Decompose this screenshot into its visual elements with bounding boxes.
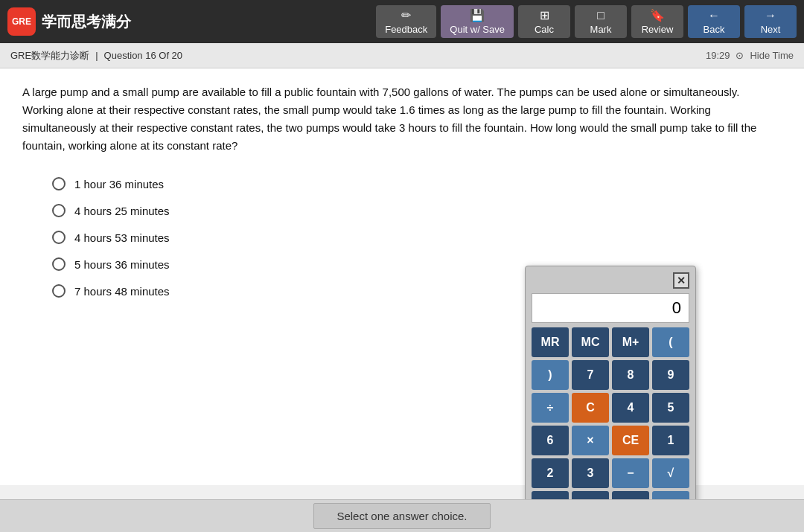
hide-time-button[interactable]: Hide Time: [750, 50, 794, 61]
mark-icon: □: [597, 9, 604, 22]
question-text: A large pump and a small pump are availa…: [22, 83, 767, 155]
timer-display: 19:29: [706, 50, 730, 61]
radio-c[interactable]: [52, 231, 66, 244]
feedback-button[interactable]: ✏ Feedback: [376, 5, 436, 38]
question-info: Question 16 Of 20: [104, 50, 183, 61]
quit-icon: 💾: [470, 8, 485, 22]
calc-1-button[interactable]: 1: [652, 426, 689, 455]
next-button[interactable]: → Next: [744, 5, 797, 38]
calc-7-button[interactable]: 7: [572, 360, 609, 390]
section-label: GRE数学能力诊断: [10, 49, 89, 63]
calc-header: ✕: [532, 272, 689, 289]
calc-8-button[interactable]: 8: [612, 360, 649, 390]
mark-button[interactable]: □ Mark: [575, 5, 627, 38]
close-icon: ✕: [677, 275, 686, 286]
calc-display: 0: [532, 293, 689, 323]
calc-open-paren-button[interactable]: (: [652, 327, 689, 357]
calc-3-button[interactable]: 3: [572, 458, 609, 488]
radio-a[interactable]: [52, 177, 66, 190]
radio-e[interactable]: [52, 284, 66, 298]
back-button[interactable]: ← Back: [688, 5, 740, 38]
calc-sqrt-button[interactable]: √: [652, 458, 689, 488]
calc-icon: ⊞: [540, 8, 549, 22]
quit-save-button[interactable]: 💾 Quit w/ Save: [441, 5, 514, 38]
calc-clear-button[interactable]: C: [572, 393, 609, 423]
calc-multiply-button[interactable]: ×: [572, 426, 609, 455]
calc-mr-button[interactable]: MR: [532, 327, 569, 357]
next-icon: →: [765, 9, 776, 22]
answer-label-e: 7 hours 48 minutes: [74, 285, 170, 298]
calc-mplus-button[interactable]: M+: [612, 327, 649, 357]
breadcrumb: GRE数学能力诊断 | Question 16 Of 20 19:29 ⊙ Hi…: [0, 43, 804, 68]
feedback-icon: ✏: [401, 8, 411, 22]
breadcrumb-left: GRE数学能力诊断 | Question 16 Of 20: [10, 49, 182, 63]
calc-subtract-button[interactable]: −: [612, 458, 649, 488]
review-button[interactable]: 🔖 Review: [631, 5, 683, 38]
calc-mc-button[interactable]: MC: [572, 327, 609, 357]
calc-9-button[interactable]: 9: [652, 360, 689, 390]
clock-icon: ⊙: [736, 50, 744, 61]
app-title: 学而思考满分: [42, 12, 131, 32]
calc-ce-button[interactable]: CE: [612, 426, 649, 455]
answer-label-d: 5 hours 36 minutes: [74, 258, 170, 271]
answer-label-c: 4 hours 53 minutes: [74, 231, 170, 244]
calc-5-button[interactable]: 5: [652, 393, 689, 423]
calc-2-button[interactable]: 2: [532, 458, 569, 488]
calculator-close-button[interactable]: ✕: [673, 272, 689, 289]
answer-option-c[interactable]: 4 hours 53 minutes: [52, 231, 782, 244]
calculator: ✕ 0 MR MC M+ ( ) 7 8 9 ÷ C 4 5 6 × CE 1: [525, 266, 696, 532]
select-answer-label: Select one answer choice.: [336, 510, 467, 522]
answer-option-a[interactable]: 1 hour 36 minutes: [52, 177, 782, 190]
answer-option-b[interactable]: 4 hours 25 minutes: [52, 204, 782, 217]
back-icon: ←: [708, 9, 720, 22]
answer-label-b: 4 hours 25 minutes: [74, 205, 170, 217]
radio-d[interactable]: [52, 257, 66, 271]
calc-divide-button[interactable]: ÷: [532, 393, 569, 423]
calc-6-button[interactable]: 6: [532, 426, 569, 455]
select-answer-button[interactable]: Select one answer choice.: [313, 503, 490, 529]
logo-area: GRE 学而思考满分: [7, 7, 131, 36]
breadcrumb-right: 19:29 ⊙ Hide Time: [706, 50, 794, 61]
bottom-bar: Select one answer choice.: [0, 499, 804, 532]
review-icon: 🔖: [650, 8, 665, 22]
app-logo: GRE: [7, 7, 36, 36]
main-content: A large pump and a small pump are availa…: [0, 68, 804, 485]
top-navigation: GRE 学而思考满分 ✏ Feedback 💾 Quit w/ Save ⊞ C…: [0, 0, 804, 43]
calc-display-value: 0: [672, 298, 681, 317]
calc-4-button[interactable]: 4: [612, 393, 649, 423]
answer-label-a: 1 hour 36 minutes: [74, 178, 164, 190]
calc-button[interactable]: ⊞ Calc: [518, 5, 570, 38]
radio-b[interactable]: [52, 204, 66, 217]
calc-close-paren-button[interactable]: ): [532, 360, 569, 390]
